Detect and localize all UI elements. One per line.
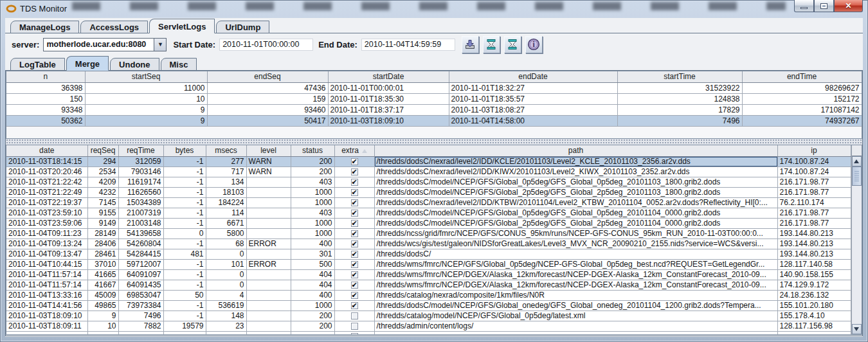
scroll-down-button[interactable] — [852, 324, 862, 334]
table-row[interactable]: 2010-11-04T10:44:153701059712007-1101ERR… — [6, 259, 851, 269]
tab-logtable[interactable]: LogTable — [10, 58, 65, 71]
tab-merge[interactable]: Merge — [66, 56, 109, 71]
column-header-extra[interactable]: extra — [334, 145, 374, 156]
extra-checkbox[interactable] — [351, 271, 358, 278]
maximize-button[interactable] — [814, 0, 834, 12]
table-row[interactable]: 933489934602010-11-01T18:37:172010-11-03… — [6, 104, 862, 115]
column-header-msecs[interactable]: msecs — [206, 145, 246, 156]
scroll-up-button[interactable] — [852, 156, 862, 166]
table-row[interactable]: 3639811000474362010-11-01T00:00:012010-1… — [6, 82, 862, 93]
extra-checkbox[interactable] — [351, 323, 358, 330]
extra-checkbox[interactable] — [351, 282, 358, 289]
hourglass-button-1[interactable] — [483, 36, 500, 53]
extra-checkbox[interactable] — [351, 251, 358, 258]
table-cell: 128.117.140.58 — [777, 259, 851, 269]
table-row[interactable]: 2010-11-03T18:09:111078821957923200/thre… — [6, 321, 851, 331]
extra-checkbox[interactable] — [351, 220, 358, 227]
tab-misc[interactable]: Misc — [161, 58, 197, 71]
table-cell: 216.171.98.77 — [777, 187, 851, 197]
app-icon — [6, 4, 17, 14]
column-header-date[interactable]: date — [6, 145, 87, 156]
server-combobox[interactable]: motherlode.ucar.edu:8080 ▼ — [43, 38, 167, 51]
table-cell: 54260804 — [118, 239, 163, 249]
table-row[interactable]: 150101592010-11-01T18:35:302010-11-01T18… — [6, 93, 862, 104]
extra-checkbox[interactable] — [351, 158, 358, 165]
table-row[interactable]: 2010-11-04T09:13:242840654260804-168ERRO… — [6, 239, 851, 249]
column-header-endSeq[interactable]: endSeq — [207, 71, 328, 82]
scrollbar-thumb[interactable] — [852, 166, 862, 186]
table-row[interactable]: 2010-11-04T13:33:164500969853047504400/t… — [6, 290, 851, 300]
table-row[interactable]: 2010-11-04T09:11:23281495413965805800100… — [6, 228, 851, 239]
column-header-status[interactable]: status — [291, 145, 334, 156]
table-row[interactable]: 2010-11-03T23:59:06914921003148-16671100… — [6, 218, 851, 228]
column-header-startDate[interactable]: startDate — [328, 71, 449, 82]
vertical-scrollbar[interactable] — [851, 145, 862, 334]
column-header-startTime[interactable]: startTime — [617, 71, 742, 82]
column-header-startSeq[interactable]: startSeq — [85, 71, 207, 82]
column-header-bytes[interactable]: bytes — [163, 145, 206, 156]
column-header-endTime[interactable]: endTime — [742, 71, 862, 82]
titlebar[interactable]: TDS Monitor ✕ — [0, 0, 868, 18]
start-date-field[interactable]: 2010-11-01T00:00:00 — [219, 39, 313, 51]
table-row[interactable]: 2010-11-03T21:22:49423211626560-11810310… — [6, 187, 851, 197]
end-date-field[interactable]: 2010-11-04T14:59:59 — [361, 39, 455, 51]
close-button[interactable]: ✕ — [834, 0, 863, 12]
tab-urldump[interactable]: UrlDump — [216, 21, 269, 33]
extra-checkbox[interactable] — [351, 179, 358, 186]
table-row[interactable]: 2010-11-04T11:57:144166764091435-10404/t… — [6, 280, 851, 290]
extra-checkbox[interactable] — [351, 302, 358, 309]
tab-managelogs[interactable]: ManageLogs — [10, 21, 79, 33]
split-divider[interactable] — [6, 139, 862, 145]
extra-checkbox[interactable] — [351, 292, 358, 299]
column-header-reqSeq[interactable]: reqSeq — [87, 145, 118, 156]
extra-checkbox[interactable] — [351, 210, 358, 217]
hourglass-icon — [485, 39, 497, 50]
table-cell: 7496 — [118, 310, 163, 321]
minimize-button[interactable] — [794, 0, 814, 12]
info-button[interactable]: i — [525, 36, 543, 53]
table-row[interactable]: 503629504172010-11-03T18:09:102010-11-04… — [6, 115, 862, 126]
table-row[interactable] — [6, 331, 851, 335]
extra-checkbox[interactable] — [351, 312, 358, 320]
extra-checkbox[interactable] — [351, 189, 358, 196]
table-cell: 193.144.80.213 — [777, 239, 851, 249]
tab-undone[interactable]: Undone — [110, 58, 159, 71]
scrollbar-track[interactable] — [852, 186, 862, 324]
extra-checkbox[interactable] — [351, 261, 358, 268]
table-row[interactable]: 2010-11-03T23:59:10915521007319-1114403/… — [6, 208, 851, 218]
extra-checkbox[interactable] — [351, 240, 358, 248]
table-cell: /thredds/catalog/nexrad/composite/1km/fi… — [374, 290, 777, 300]
extra-checkbox[interactable] — [351, 199, 358, 206]
table-row[interactable]: 2010-11-03T21:22:42420911619174-1134403/… — [6, 177, 851, 187]
table-cell: 184224 — [206, 197, 246, 208]
table-row[interactable]: 2010-11-04T11:57:144166564091097-10404/t… — [6, 269, 851, 280]
tab-accesslogs[interactable]: AccessLogs — [80, 21, 148, 33]
extra-checkbox[interactable] — [351, 333, 358, 335]
table-cell — [334, 177, 374, 187]
table-row[interactable]: 2010-11-03T22:19:37714515034389-11842241… — [6, 197, 851, 208]
column-header-reqTime[interactable]: reqTime — [118, 145, 163, 156]
hourglass-button-2[interactable] — [504, 36, 521, 53]
frame-body: ManageLogsAccessLogsServletLogsUrlDump s… — [5, 18, 863, 337]
save-button[interactable] — [462, 36, 479, 53]
table-cell: 155.178.4.10 — [777, 310, 851, 321]
chevron-down-icon[interactable]: ▼ — [154, 39, 166, 51]
tab-servletlogs[interactable]: ServletLogs — [149, 19, 215, 33]
column-header-ip[interactable]: ip — [777, 145, 851, 156]
column-header-n[interactable]: n — [6, 71, 85, 82]
table-row[interactable]: 2010-11-03T20:20:4625347903146-1717WARN2… — [6, 166, 851, 177]
extra-checkbox[interactable] — [351, 230, 358, 237]
column-header-path[interactable]: path — [374, 145, 777, 156]
table-row[interactable]: 2010-11-04T14:41:564986573973384-1536619… — [6, 300, 851, 310]
table-cell: 54139658 — [118, 228, 163, 239]
column-header-level[interactable]: level — [246, 145, 291, 156]
table-cell — [246, 290, 291, 300]
table-cell: /thredds/dodsC/model/NCEP/GFS/Global_2p5… — [374, 187, 777, 197]
table-cell — [246, 177, 291, 187]
table-row[interactable]: 2010-11-03T18:09:1097496-1148200/thredds… — [6, 310, 851, 321]
extra-checkbox[interactable] — [351, 168, 358, 176]
column-header-endDate[interactable]: endDate — [449, 71, 617, 82]
table-row[interactable]: 2010-11-03T18:14:15294312059-1277WARN200… — [6, 156, 851, 166]
table-row[interactable]: 2010-11-04T09:13:4728461542844154810301/… — [6, 249, 851, 259]
table-cell: 404 — [291, 280, 334, 290]
